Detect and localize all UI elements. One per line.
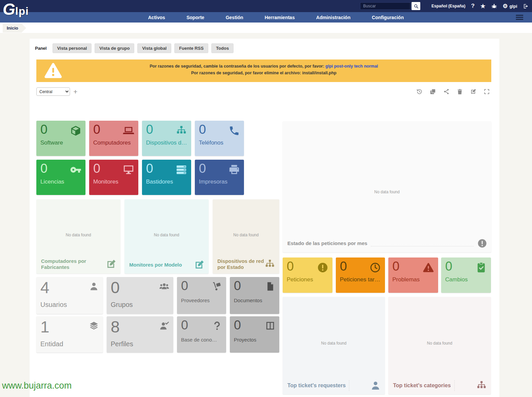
nav-item-gestion[interactable]: Gestión (226, 15, 243, 20)
panel-top-ticket-categories: No data found Top ticket's categories (388, 297, 491, 394)
nav-item-administracion[interactable]: Administración (316, 15, 351, 20)
card-impresoras[interactable]: 0 Impresoras (195, 160, 244, 195)
breadcrumb-home[interactable]: Inicio (3, 24, 26, 33)
users-group-icon (159, 281, 169, 291)
bookmark-star-icon[interactable]: ★ (480, 3, 485, 10)
hamburger-menu-icon[interactable] (516, 15, 523, 21)
edit-icon[interactable] (470, 88, 476, 95)
panel-top-ticket-requesters: No data found Top ticket's requesters (283, 297, 385, 394)
laptop-icon (123, 125, 134, 136)
current-user[interactable]: glpi (509, 4, 517, 9)
card-usuarios[interactable]: 4 Usuarios (36, 277, 103, 314)
warning-user-links[interactable]: glpi post-only tech normal (325, 64, 378, 69)
breadcrumb: Inicio (0, 23, 532, 33)
settings-gear-icon[interactable]: ⚙ (503, 3, 508, 10)
panel-title: Top ticket's requesters (287, 382, 346, 389)
panel-dispositivos-red-por-estado: No data found Dispositivos de red por Es… (213, 199, 279, 274)
card-base-de-conocimiento[interactable]: 0 Base de cono… (177, 316, 226, 353)
card-proveedores[interactable]: 0 Proveedores (177, 277, 226, 314)
logout-icon[interactable] (523, 3, 529, 9)
edit-widget-icon[interactable] (194, 260, 205, 270)
security-warning-banner: Por razones de seguridad, cambie la cont… (36, 59, 491, 82)
nav-item-configuracion[interactable]: Configuración (372, 15, 404, 20)
cube-icon (70, 125, 81, 136)
user-icon (370, 380, 381, 391)
card-monitores[interactable]: 0 Monitores (89, 160, 138, 195)
language-selector[interactable]: Español (España) (431, 4, 465, 8)
card-computadores[interactable]: 0 Computadores (89, 121, 138, 156)
add-dashboard-icon[interactable]: + (73, 88, 77, 95)
nav-item-activos[interactable]: Activos (148, 15, 165, 20)
tab-vista-global[interactable]: Vista global (137, 43, 171, 53)
tab-todos[interactable]: Todos (211, 43, 234, 53)
card-peticiones-tardias[interactable]: 0 Peticiones tar… (336, 257, 385, 293)
panel-title: Top ticket's categories (393, 382, 451, 389)
no-data-text: No data found (213, 233, 279, 237)
user-check-icon (159, 321, 169, 331)
server-rack-icon (176, 164, 187, 175)
clone-icon[interactable] (430, 88, 436, 95)
card-dispositivos-red[interactable]: 0 Dispositivos d… (142, 121, 191, 156)
dashboard-toolbar: Central + (36, 87, 493, 96)
card-licencias[interactable]: 0 Licencias (36, 160, 85, 195)
panel-title: Dispositivos de red por Estado (217, 258, 264, 270)
card-entidad[interactable]: 1 Entidad (36, 316, 103, 353)
card-grupos[interactable]: 0 Grupos (107, 277, 173, 314)
search-input[interactable] (360, 2, 411, 10)
tab-vista-personal[interactable]: Vista personal (52, 43, 92, 53)
panel-computadores-por-fabricantes: No data found Computadores por Fabricant… (36, 199, 120, 274)
warning-line-1: Por razones de seguridad, cambie la cont… (150, 63, 378, 70)
user-icon (89, 281, 99, 291)
panel-title: Computadores por Fabricantes (41, 258, 106, 270)
edit-widget-icon[interactable] (106, 259, 116, 270)
nav-item-herramientas[interactable]: Herramientas (264, 15, 295, 20)
printer-icon (228, 164, 240, 175)
tab-vista-de-grupo[interactable]: Vista de grupo (95, 43, 134, 53)
card-bastidores[interactable]: 0 Bastidores (142, 160, 191, 195)
no-data-text: No data found (283, 341, 385, 346)
glpi-logo[interactable]: Glpi (3, 1, 29, 17)
bug-report-icon[interactable] (491, 3, 497, 9)
card-problemas[interactable]: 0 Problemas (388, 257, 438, 293)
share-icon[interactable] (443, 88, 450, 95)
help-icon[interactable]: ? (471, 3, 474, 9)
clock-icon (369, 262, 381, 273)
warning-triangle-icon (423, 262, 434, 273)
network-sitemap-icon (176, 125, 187, 136)
expand-icon[interactable] (484, 88, 490, 95)
dashboard-grid: 0 Software 0 Computadores 0 Dispositivos… (30, 121, 499, 395)
search-icon (414, 4, 419, 9)
tab-panel[interactable]: Panel (35, 46, 47, 51)
file-icon (265, 281, 275, 291)
exclamation-circle-icon (317, 262, 328, 273)
tab-fuente-rss[interactable]: Fuente RSS (174, 43, 208, 53)
no-data-text: No data found (283, 190, 491, 194)
card-documentos[interactable]: 0 Documentos (230, 277, 279, 314)
card-proyectos[interactable]: 0 Proyectos (230, 316, 279, 353)
phone-icon (228, 125, 240, 136)
sitemap-icon (476, 380, 487, 391)
trash-icon[interactable] (457, 88, 463, 95)
panel-title: Estado de las peticiones por mes (287, 240, 367, 246)
card-peticiones[interactable]: 0 Peticiones (283, 257, 332, 293)
watermark: www.bujarra.com (2, 381, 72, 391)
panel-monitores-por-modelo: No data found Monitores por Modelo (125, 199, 209, 274)
no-data-text: No data found (125, 233, 209, 237)
monitor-icon (123, 164, 134, 175)
main-content: Panel Vista personal Vista de grupo Vist… (30, 39, 499, 397)
card-perfiles[interactable]: 8 Perfiles (107, 316, 173, 353)
question-icon (212, 321, 222, 331)
clipboard-check-icon (475, 262, 487, 273)
dolly-icon (212, 281, 222, 291)
search-button[interactable] (412, 2, 420, 10)
no-data-text: No data found (388, 341, 491, 346)
key-icon (70, 164, 81, 175)
card-cambios[interactable]: 0 Cambios (441, 257, 491, 293)
history-icon[interactable] (416, 88, 423, 95)
card-software[interactable]: 0 Software (36, 121, 85, 156)
dashboard-select[interactable]: Central (36, 87, 70, 96)
card-telefonos[interactable]: 0 Teléfonos (195, 121, 244, 156)
panel-estado-peticiones-por-mes: No data found Estado de las peticiones p… (283, 121, 491, 252)
nav-item-soporte[interactable]: Soporte (186, 15, 204, 20)
warning-line-2: Por razones de seguridad, por favor elim… (150, 70, 378, 76)
